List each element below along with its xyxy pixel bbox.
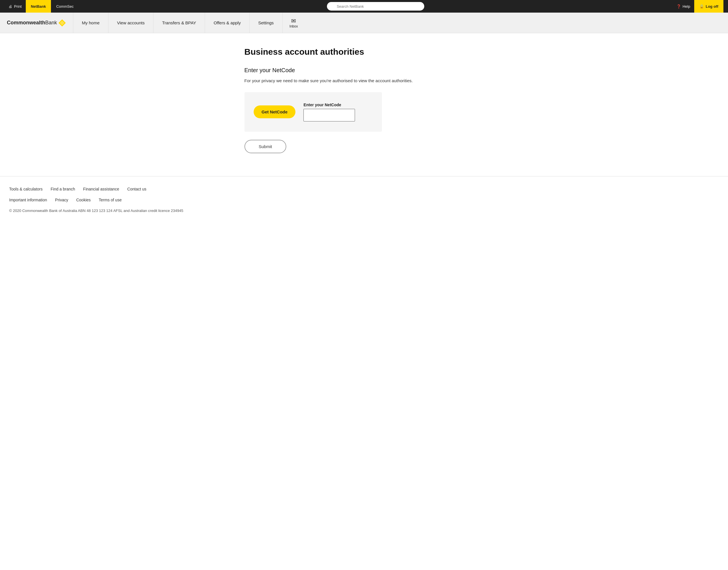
section-desc: For your privacy we need to make sure yo… — [244, 78, 484, 84]
nav-transfers-bpay[interactable]: Transfers & BPAY — [153, 13, 205, 33]
netcode-input-label: Enter your NetCode — [303, 102, 355, 107]
netcode-row: Get NetCode Enter your NetCode — [254, 102, 373, 121]
print-button[interactable]: 🖨 Print — [5, 4, 26, 9]
netbank-tab[interactable]: NetBank — [26, 0, 51, 13]
section-title: Enter your NetCode — [244, 67, 484, 74]
footer-link-terms[interactable]: Terms of use — [99, 198, 122, 202]
help-icon: ❓ — [676, 4, 681, 9]
submit-button[interactable]: Submit — [244, 140, 286, 153]
logoff-button[interactable]: 🔒 Log off — [694, 0, 723, 13]
nav-items: My home View accounts Transfers & BPAY O… — [73, 13, 728, 33]
footer-links-row-1: Tools & calculators Find a branch Financ… — [9, 187, 719, 191]
footer-link-important[interactable]: Important information — [9, 198, 47, 202]
footer: Tools & calculators Find a branch Financ… — [0, 176, 728, 222]
lock-icon: 🔒 — [699, 4, 704, 9]
logo: CommonwealthBank — [0, 19, 73, 27]
search-area: 🔍 — [79, 2, 672, 11]
footer-link-tools[interactable]: Tools & calculators — [9, 187, 43, 191]
netcode-box: Get NetCode Enter your NetCode — [244, 92, 382, 132]
get-netcode-button[interactable]: Get NetCode — [254, 105, 296, 118]
commsec-tab[interactable]: CommSec — [51, 0, 79, 13]
top-bar-right: ❓ Help 🔒 Log off — [672, 0, 723, 13]
search-input[interactable] — [327, 2, 424, 11]
netcode-input[interactable] — [303, 109, 355, 121]
netcode-input-group: Enter your NetCode — [303, 102, 355, 121]
footer-link-contact[interactable]: Contact us — [127, 187, 146, 191]
footer-link-cookies[interactable]: Cookies — [76, 198, 91, 202]
inbox-icon: ✉ — [291, 17, 296, 24]
nav-my-home[interactable]: My home — [73, 13, 108, 33]
nav-settings[interactable]: Settings — [249, 13, 282, 33]
nav-view-accounts[interactable]: View accounts — [108, 13, 153, 33]
nav-bar: CommonwealthBank My home View accounts T… — [0, 13, 728, 33]
footer-link-financial[interactable]: Financial assistance — [83, 187, 119, 191]
main-content: Business account authorities Enter your … — [235, 33, 493, 176]
help-button[interactable]: ❓ Help — [672, 4, 694, 9]
page-title: Business account authorities — [244, 47, 484, 57]
footer-legal-row: Important information Privacy Cookies Te… — [9, 198, 719, 202]
footer-copyright: © 2020 Commonwealth Bank of Australia AB… — [9, 209, 719, 213]
nav-offers-apply[interactable]: Offers & apply — [205, 13, 249, 33]
footer-link-privacy[interactable]: Privacy — [55, 198, 68, 202]
nav-inbox[interactable]: ✉ Inbox — [282, 13, 304, 33]
printer-icon: 🖨 — [9, 4, 12, 9]
logo-text: CommonwealthBank — [7, 20, 57, 26]
footer-link-branch[interactable]: Find a branch — [51, 187, 75, 191]
top-bar: 🖨 Print NetBank CommSec 🔍 ❓ Help 🔒 Log o… — [0, 0, 728, 13]
logo-diamond-icon — [58, 19, 66, 27]
